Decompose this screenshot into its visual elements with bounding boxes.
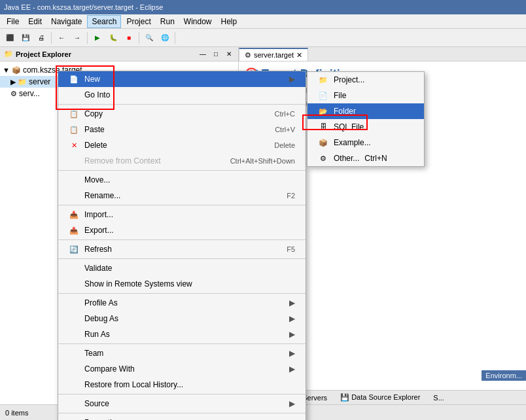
ctx-copy[interactable]: 📋 Copy Ctrl+C: [58, 106, 306, 122]
sub-example[interactable]: 📦 Example...: [307, 135, 424, 150]
menu-window[interactable]: Window: [180, 16, 216, 27]
ctx-team[interactable]: Team ▶: [58, 345, 306, 361]
run-icon: [69, 329, 79, 340]
ctx-copy-label: Copy: [84, 109, 103, 118]
toolbar-stop[interactable]: ■: [122, 31, 136, 45]
restore-icon: [69, 379, 79, 390]
ctx-properties[interactable]: Properties Alt+Enter: [58, 415, 306, 420]
ctx-import[interactable]: 📥 Import...: [58, 207, 306, 222]
menu-run[interactable]: Run: [156, 16, 179, 27]
sub-project[interactable]: 📁 Project...: [307, 72, 424, 88]
sql-icon: 🗄: [318, 122, 328, 132]
ctx-run-label: Run As: [84, 330, 110, 339]
toolbar-new[interactable]: ⬛: [3, 31, 17, 45]
toolbar-save[interactable]: 💾: [18, 31, 33, 45]
menu-file[interactable]: File: [3, 16, 23, 27]
context-menu: 📄 New ▶ Go Into 📋 Copy Ctrl+C 📋 Paste Ct…: [58, 71, 306, 420]
sub-folder[interactable]: 📂 Folder: [307, 103, 424, 119]
run-arrow-icon: ▶: [289, 330, 295, 339]
menu-help[interactable]: Help: [217, 16, 241, 27]
ctx-compare[interactable]: Compare With ▶: [58, 361, 306, 377]
remote-icon: [69, 279, 79, 289]
ctx-paste[interactable]: 📋 Paste Ctrl+V: [58, 122, 306, 137]
folder-icon: 📁: [4, 50, 13, 58]
tab-server-target[interactable]: ⚙ server.target ✕: [239, 48, 308, 61]
menu-edit[interactable]: Edit: [24, 16, 46, 27]
new-arrow-icon: ▶: [289, 75, 295, 84]
source-arrow-icon: ▶: [289, 399, 295, 408]
sub-other[interactable]: ⚙ Other... Ctrl+N: [307, 150, 424, 166]
ctx-run[interactable]: Run As ▶: [58, 326, 306, 342]
ctx-sep7: [58, 343, 306, 344]
close-btn[interactable]: ✕: [224, 49, 234, 60]
project-icon: 📁: [318, 75, 328, 85]
toolbar-debug[interactable]: 🐛: [106, 31, 120, 45]
toolbar-search[interactable]: 🔍: [142, 31, 156, 45]
toolbar-back[interactable]: ←: [54, 31, 69, 45]
sub-sql[interactable]: 🗄 SQL File: [307, 119, 424, 135]
folder-new-icon: 📂: [318, 106, 328, 116]
toolbar-run[interactable]: ▶: [90, 31, 105, 45]
environment-btn[interactable]: Environm...: [482, 370, 526, 381]
sub-other-label: Other...: [334, 154, 359, 163]
maximize-btn[interactable]: □: [211, 49, 221, 60]
file-icon: ⚙: [10, 90, 17, 98]
ctx-go-into[interactable]: Go Into: [58, 87, 306, 103]
ctx-restore-label: Restore from Local History...: [84, 380, 183, 389]
ctx-go-into-label: Go Into: [84, 90, 110, 99]
ctx-validate[interactable]: Validate: [58, 260, 306, 276]
ctx-move[interactable]: Move...: [58, 172, 306, 188]
remove-icon: [69, 156, 79, 166]
file-new-icon: 📄: [318, 90, 328, 101]
ctx-sep5: [58, 258, 306, 259]
toolbar-print[interactable]: 🖨: [34, 31, 48, 45]
ctx-sep1: [58, 104, 306, 105]
ctx-rename[interactable]: Rename... F2: [58, 188, 306, 203]
ctx-compare-label: Compare With: [84, 364, 135, 374]
ctx-paste-shortcut: Ctrl+V: [275, 126, 295, 133]
new-submenu: 📁 Project... 📄 File 📂 Folder 🗄 SQL File …: [307, 71, 425, 167]
tree-label-server: server: [29, 77, 50, 86]
ctx-rename-shortcut: F2: [287, 192, 295, 200]
ctx-source-label: Source: [84, 399, 109, 408]
source-icon: [69, 398, 79, 409]
ctx-sep2: [58, 170, 306, 171]
ctx-export-label: Export...: [84, 226, 114, 235]
validate-icon: [69, 263, 79, 273]
ctx-source[interactable]: Source ▶: [58, 396, 306, 411]
ctx-restore[interactable]: Restore from Local History...: [58, 377, 306, 393]
tab-s[interactable]: S...: [427, 392, 450, 404]
tab-datasource[interactable]: 💾 Data Source Explorer: [334, 391, 426, 404]
ctx-show-remote[interactable]: Show in Remote Systems view: [58, 276, 306, 292]
title-text: Java EE - com.kszsa.target/server.target…: [4, 3, 163, 11]
menu-project[interactable]: Project: [122, 16, 154, 27]
toolbar-globe[interactable]: 🌐: [158, 31, 172, 45]
menu-bar: File Edit Navigate Search Project Run Wi…: [0, 14, 526, 29]
ctx-paste-label: Paste: [84, 125, 105, 134]
ctx-sep4: [58, 239, 306, 240]
minimize-btn[interactable]: —: [198, 49, 208, 60]
menu-navigate[interactable]: Navigate: [47, 16, 86, 27]
ctx-remove-label: Remove from Context: [84, 156, 161, 166]
ctx-debug[interactable]: Debug As ▶: [58, 311, 306, 326]
status-text: 0 items: [5, 409, 28, 417]
menu-search[interactable]: Search: [87, 15, 121, 28]
compare-icon: [69, 364, 79, 374]
ctx-new[interactable]: 📄 New ▶: [58, 71, 306, 87]
editor-tabs: ⚙ server.target ✕: [239, 47, 526, 61]
ctx-profile[interactable]: Profile As ▶: [58, 295, 306, 311]
ctx-rename-label: Rename...: [84, 191, 120, 200]
debug-icon: [69, 313, 79, 324]
profile-arrow-icon: ▶: [289, 298, 295, 307]
ctx-sep3: [58, 205, 306, 205]
copy-icon: 📋: [69, 109, 79, 119]
package-icon: 📦: [12, 66, 21, 75]
tab-close-icon[interactable]: ✕: [296, 51, 302, 60]
toolbar-forward[interactable]: →: [70, 31, 84, 45]
expand-icon2: ▶: [10, 78, 16, 86]
ctx-delete[interactable]: ✕ Delete Delete: [58, 137, 306, 153]
ctx-export[interactable]: 📤 Export...: [58, 222, 306, 238]
sub-file[interactable]: 📄 File: [307, 88, 424, 103]
ctx-refresh[interactable]: 🔄 Refresh F5: [58, 241, 306, 257]
toolbar-sep1: [51, 32, 52, 44]
